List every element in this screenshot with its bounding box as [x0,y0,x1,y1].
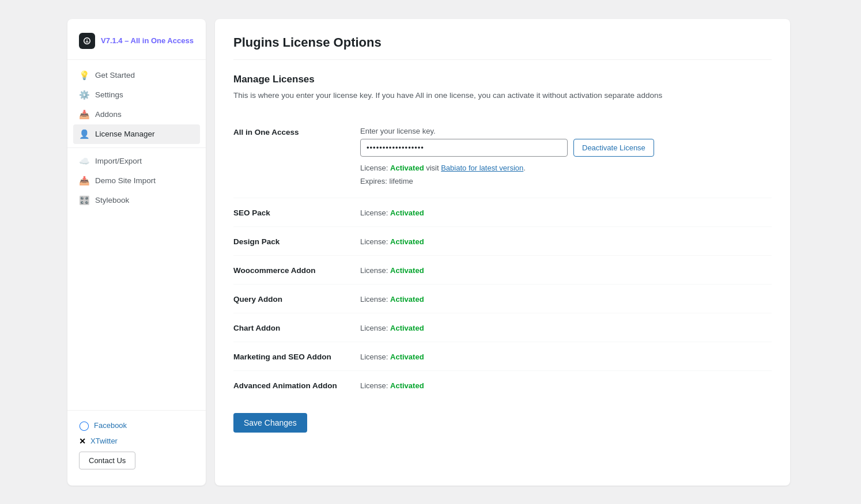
xtwitter-link[interactable]: ✕ XTwitter [79,437,194,446]
sidebar-item-label: License Manager [95,130,155,138]
license-item-label: All in One Access [233,127,360,137]
save-changes-button[interactable]: Save Changes [233,413,307,433]
xtwitter-label: XTwitter [90,437,118,445]
license-status: License: Activated [360,265,772,275]
visit-end: . [523,164,526,172]
sidebar-title: V7.1.4 – All in One Access [101,36,194,45]
license-item-content: License: Activated [360,351,772,361]
license-item-content: License: Activated [360,380,772,390]
license-row-advanced-animation: Advanced Animation Addon License: Activa… [233,371,772,399]
deactivate-license-button[interactable]: Deactivate License [573,139,654,157]
license-input-row: Deactivate License [360,139,772,157]
facebook-link[interactable]: ◯ Facebook [79,420,194,431]
license-item-content: License: Activated [360,294,772,304]
sidebar-header: V7.1.4 – All in One Access [67,31,206,60]
license-key-input[interactable] [360,139,568,157]
page-title: Plugins License Options [233,35,772,60]
license-item-label: Query Addon [233,294,360,304]
sidebar-item-label: Import/Export [95,157,142,165]
license-item-content: License: Activated [360,236,772,246]
license-item-label: Design Pack [233,236,360,246]
nav-divider [67,147,206,148]
facebook-label: Facebook [94,421,127,430]
sidebar-nav: 💡 Get Started ⚙️ Settings 📥 Addons 👤 Lic… [67,66,206,210]
license-item-content: License: Activated [360,265,772,275]
sidebar-item-import-export[interactable]: ☁️ Import/Export [67,151,206,171]
visit-text: visit [424,164,441,172]
app-logo [79,33,95,49]
section-title: Manage Licenses [233,74,772,85]
sidebar-item-label: Get Started [95,71,135,79]
license-status: License: Activated [360,236,772,246]
input-label: Enter your license key. [360,127,772,135]
sidebar-item-demo-site-import[interactable]: 📥 Demo Site Import [67,171,206,191]
license-status: License: Activated [360,294,772,304]
sidebar-item-license-manager[interactable]: 👤 License Manager [73,124,200,144]
license-table: All in One Access Enter your license key… [233,118,772,399]
license-status: License: Activated [360,380,772,390]
license-item-label: Chart Addon [233,323,360,332]
cloud-icon: ☁️ [79,156,89,166]
app-container: V7.1.4 – All in One Access 💡 Get Started… [62,13,799,491]
license-status: License: Activated [360,207,772,217]
sliders-icon: 🎛️ [79,195,89,206]
person-icon: 👤 [79,129,89,139]
sidebar-item-label: Settings [95,90,123,99]
license-item-label: SEO Pack [233,207,360,217]
babiato-link[interactable]: Babiato for latest version [441,164,523,172]
license-row-woocommerce: Woocommerce Addon License: Activated [233,256,772,285]
sidebar-item-label: Stylebook [95,196,129,204]
sidebar-item-get-started[interactable]: 💡 Get Started [67,66,206,85]
license-item-content: License: Activated [360,207,772,217]
sidebar-item-label: Addons [95,110,122,119]
sidebar-footer: ◯ Facebook ✕ XTwitter Contact Us [67,410,206,474]
license-row-chart-addon: Chart Addon License: Activated [233,313,772,342]
license-item-content: License: Activated [360,323,772,332]
facebook-icon: ◯ [79,420,89,431]
sidebar-item-settings[interactable]: ⚙️ Settings [67,85,206,105]
gear-icon: ⚙️ [79,90,89,100]
sidebar-item-stylebook[interactable]: 🎛️ Stylebook [67,191,206,210]
sidebar-item-addons[interactable]: 📥 Addons [67,105,206,124]
main-content: Plugins License Options Manage Licenses … [206,13,799,491]
sidebar-item-label: Demo Site Import [95,176,156,185]
status-prefix: License: [360,164,390,172]
section-desc: This is where you enter your license key… [233,90,772,101]
activated-badge: Activated [390,164,424,172]
license-item-label: Advanced Animation Addon [233,380,360,390]
main-panel: Plugins License Options Manage Licenses … [215,19,790,486]
xtwitter-icon: ✕ [79,437,86,446]
license-row-seo-pack: SEO Pack License: Activated [233,198,772,227]
license-item-content: Enter your license key. Deactivate Licen… [360,127,772,188]
license-item-label: Marketing and SEO Addon [233,351,360,361]
license-row-design-pack: Design Pack License: Activated [233,227,772,256]
license-item-label: Woocommerce Addon [233,265,360,275]
license-row-all-in-one: All in One Access Enter your license key… [233,118,772,198]
license-status-activated: License: Activated visit Babiato for lat… [360,161,772,175]
lightbulb-icon: 💡 [79,70,89,81]
license-expires: Expires: lifetime [360,175,772,188]
license-status: License: Activated [360,351,772,361]
license-row-marketing-seo: Marketing and SEO Addon License: Activat… [233,342,772,371]
sidebar: V7.1.4 – All in One Access 💡 Get Started… [67,19,206,486]
license-status: License: Activated [360,323,772,332]
inbox-icon: 📥 [79,109,89,120]
download-icon: 📥 [79,176,89,186]
contact-us-button[interactable]: Contact Us [79,452,135,469]
license-row-query-addon: Query Addon License: Activated [233,285,772,313]
